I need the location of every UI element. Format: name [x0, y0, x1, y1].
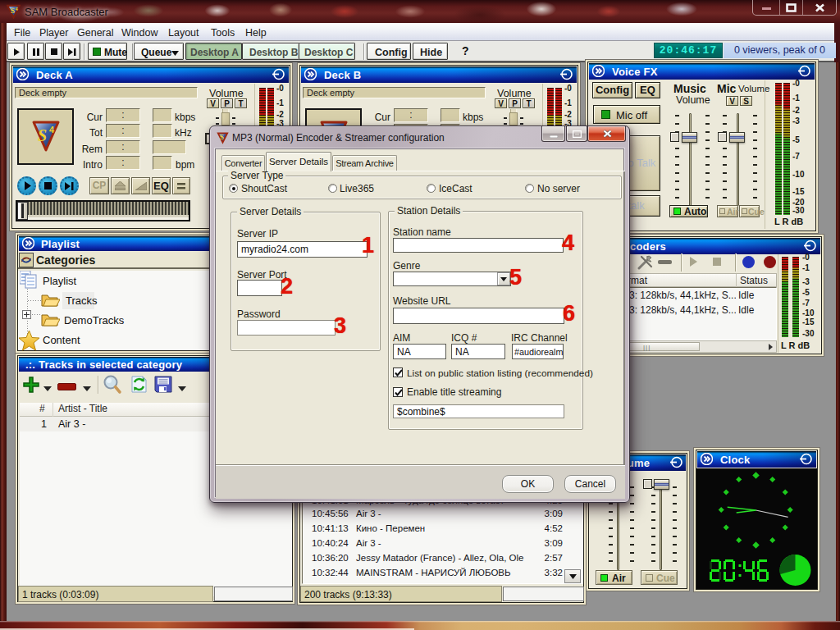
svg-text:4: 4 — [49, 125, 55, 135]
svg-text:S: S — [11, 7, 15, 15]
svg-text:S: S — [38, 126, 47, 144]
svg-text:S: S — [220, 133, 224, 141]
